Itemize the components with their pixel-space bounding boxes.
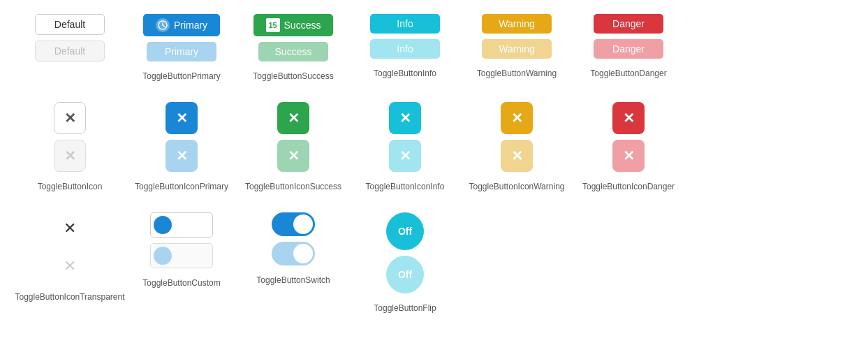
btn-danger-active[interactable]: Danger bbox=[594, 14, 663, 34]
icon-btn-warning-active[interactable]: ✕ bbox=[501, 102, 533, 134]
btn-info-active[interactable]: Info bbox=[370, 14, 440, 34]
col-info: Info Info ToggleButtonInfo bbox=[349, 14, 461, 78]
btn-primary-active-label: Primary bbox=[174, 20, 207, 31]
label-icon-warning: ToggleButtonIconWarning bbox=[469, 182, 565, 191]
calendar-icon: 15 bbox=[266, 18, 280, 32]
col-default: Default Default bbox=[14, 14, 126, 61]
flip-btn-active-label: Off bbox=[398, 226, 412, 237]
custom-toggle-inactive[interactable] bbox=[150, 243, 213, 268]
x-icon: ✕ bbox=[64, 110, 76, 126]
x-icon-info-disabled: ✕ bbox=[399, 147, 411, 164]
icon-btn-danger-inactive[interactable]: ✕ bbox=[612, 140, 645, 172]
label-icon-primary: ToggleButtonIconPrimary bbox=[135, 182, 228, 191]
col-success: 15 Success Success ToggleButtonSuccess bbox=[237, 14, 349, 81]
x-icon-primary: ✕ bbox=[176, 110, 188, 126]
btn-success-active-label: Success bbox=[284, 20, 321, 31]
col-icon-danger: ✕ ✕ ToggleButtonIconDanger bbox=[573, 102, 684, 191]
icon-btn-default-active[interactable]: ✕ bbox=[54, 102, 86, 134]
switch-knob-active bbox=[293, 214, 313, 234]
col-primary: Primary Primary ToggleButtonPrimary bbox=[126, 14, 237, 81]
showcase: Default Default Primary Primary ToggleBu… bbox=[14, 14, 854, 313]
x-icon-transparent: ✕ bbox=[64, 219, 76, 238]
btn-info-inactive[interactable]: Info bbox=[370, 39, 440, 59]
icon-btn-success-active[interactable]: ✕ bbox=[277, 102, 309, 134]
x-icon-warning-disabled: ✕ bbox=[511, 147, 523, 164]
label-icon-info: ToggleButtonIconInfo bbox=[366, 182, 445, 191]
col-custom: ToggleButtonCustom bbox=[126, 212, 237, 288]
label-primary: ToggleButtonPrimary bbox=[142, 71, 220, 81]
row-text-buttons: Default Default Primary Primary ToggleBu… bbox=[14, 14, 854, 81]
label-switch: ToggleButtonSwitch bbox=[256, 275, 330, 285]
col-transparent: ✕ ✕ ToggleButtonIconTransparent bbox=[14, 212, 126, 302]
custom-toggle-active[interactable] bbox=[150, 212, 213, 238]
btn-default-active[interactable]: Default bbox=[35, 14, 105, 35]
col-danger: Danger Danger ToggleButtonDanger bbox=[573, 14, 684, 78]
col-icon-warning: ✕ ✕ ToggleButtonIconWarning bbox=[461, 102, 573, 191]
label-icon-danger: ToggleButtonIconDanger bbox=[582, 182, 675, 191]
clock-icon bbox=[156, 18, 170, 32]
x-icon-disabled: ✕ bbox=[64, 147, 76, 164]
x-icon-danger: ✕ bbox=[623, 110, 635, 126]
label-icon-default: ToggleButtonIcon bbox=[38, 182, 103, 191]
x-icon-warning: ✕ bbox=[511, 110, 523, 126]
row-icon-buttons: ✕ ✕ ToggleButtonIcon ✕ ✕ ToggleButtonIco… bbox=[14, 102, 854, 191]
x-icon-transparent-disabled: ✕ bbox=[64, 257, 76, 275]
btn-success-inactive[interactable]: Success bbox=[258, 42, 328, 61]
col-flip: Off Off ToggleButtonFlip bbox=[349, 212, 461, 313]
custom-toggle-knob-active bbox=[154, 216, 172, 234]
icon-btn-warning-inactive[interactable]: ✕ bbox=[501, 140, 533, 172]
col-icon-primary: ✕ ✕ ToggleButtonIconPrimary bbox=[126, 102, 237, 191]
btn-primary-inactive[interactable]: Primary bbox=[147, 42, 216, 61]
row-special: ✕ ✕ ToggleButtonIconTransparent ToggleBu… bbox=[14, 212, 854, 313]
switch-knob-inactive bbox=[293, 244, 313, 263]
col-warning: Warning Warning ToggleButtonWarning bbox=[461, 14, 573, 78]
icon-btn-primary-inactive[interactable]: ✕ bbox=[165, 140, 198, 172]
label-success: ToggleButtonSuccess bbox=[253, 71, 333, 81]
icon-btn-primary-active[interactable]: ✕ bbox=[165, 102, 198, 134]
icon-btn-transparent-active[interactable]: ✕ bbox=[54, 212, 86, 245]
btn-primary-active[interactable]: Primary bbox=[143, 14, 220, 36]
col-switch: ToggleButtonSwitch bbox=[237, 212, 349, 285]
label-flip: ToggleButtonFlip bbox=[374, 303, 436, 313]
label-transparent: ToggleButtonIconTransparent bbox=[15, 292, 125, 302]
x-icon-primary-disabled: ✕ bbox=[176, 147, 188, 164]
switch-inactive[interactable] bbox=[272, 242, 315, 265]
label-custom: ToggleButtonCustom bbox=[142, 278, 220, 288]
x-icon-success: ✕ bbox=[288, 110, 300, 126]
col-icon-info: ✕ ✕ ToggleButtonIconInfo bbox=[349, 102, 461, 191]
col-icon-success: ✕ ✕ ToggleButtonIconSuccess bbox=[237, 102, 349, 191]
btn-danger-inactive[interactable]: Danger bbox=[594, 39, 663, 59]
custom-toggle-knob-inactive bbox=[154, 247, 172, 265]
col-icon-default: ✕ ✕ ToggleButtonIcon bbox=[14, 102, 126, 191]
label-danger: ToggleButtonDanger bbox=[590, 68, 666, 78]
icon-btn-info-inactive[interactable]: ✕ bbox=[389, 140, 421, 172]
icon-btn-danger-active[interactable]: ✕ bbox=[612, 102, 645, 134]
switch-active[interactable] bbox=[272, 212, 315, 236]
flip-btn-inactive[interactable]: Off bbox=[386, 256, 424, 293]
x-icon-danger-disabled: ✕ bbox=[623, 147, 635, 164]
x-icon-info: ✕ bbox=[399, 110, 411, 126]
btn-success-active[interactable]: 15 Success bbox=[253, 14, 334, 36]
icon-btn-success-inactive[interactable]: ✕ bbox=[277, 140, 309, 172]
icon-btn-info-active[interactable]: ✕ bbox=[389, 102, 421, 134]
btn-warning-active[interactable]: Warning bbox=[482, 14, 552, 34]
label-info: ToggleButtonInfo bbox=[374, 68, 436, 78]
btn-default-inactive[interactable]: Default bbox=[35, 41, 105, 61]
label-icon-success: ToggleButtonIconSuccess bbox=[245, 182, 341, 191]
svg-line-2 bbox=[163, 25, 165, 27]
flip-btn-inactive-label: Off bbox=[398, 269, 412, 280]
flip-btn-active[interactable]: Off bbox=[386, 212, 424, 250]
label-warning: ToggleButtonWarning bbox=[477, 68, 557, 78]
x-icon-success-disabled: ✕ bbox=[288, 147, 300, 164]
btn-warning-inactive[interactable]: Warning bbox=[482, 39, 552, 59]
icon-btn-transparent-inactive[interactable]: ✕ bbox=[54, 250, 86, 282]
icon-btn-default-inactive[interactable]: ✕ bbox=[54, 140, 86, 172]
